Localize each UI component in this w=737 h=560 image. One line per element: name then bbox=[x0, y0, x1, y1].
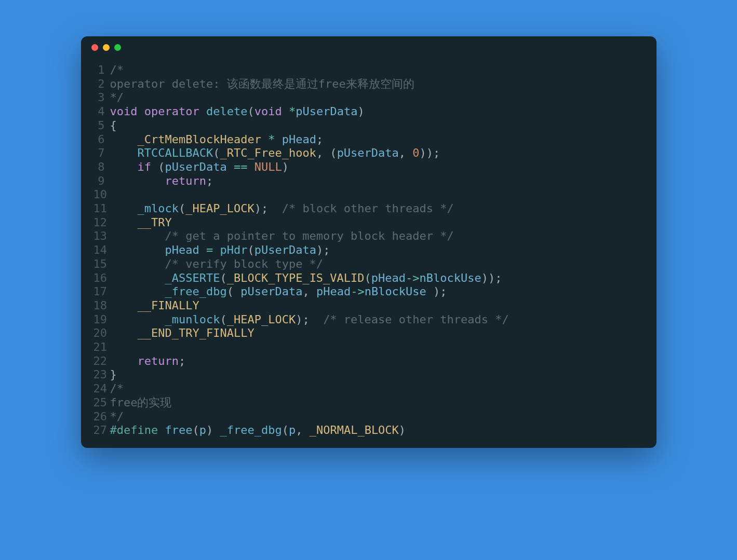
token-punc: ( bbox=[220, 313, 226, 326]
token-ident: _BLOCK_TYPE_IS_VALID bbox=[227, 271, 365, 284]
minimize-icon[interactable] bbox=[103, 44, 110, 51]
code-line[interactable]: 19 _munlock(_HEAP_LOCK); /* release othe… bbox=[93, 313, 644, 327]
line-number: 27 bbox=[93, 424, 110, 438]
token-op: == bbox=[234, 160, 248, 173]
token-param: pUserData bbox=[296, 105, 357, 118]
code-line[interactable]: 3*/ bbox=[93, 91, 644, 105]
token-param: pHead bbox=[371, 271, 406, 284]
line-content[interactable]: free的实现 bbox=[110, 396, 644, 410]
token-comment: /* bbox=[110, 382, 124, 395]
line-content[interactable]: } bbox=[110, 368, 644, 382]
token-comment: /* bbox=[110, 63, 124, 76]
line-content[interactable]: RTCCALLBACK(_RTC_Free_hook, (pUserData, … bbox=[110, 146, 644, 160]
code-line[interactable]: 11 _mlock(_HEAP_LOCK); /* block other th… bbox=[93, 202, 644, 216]
token-op: * bbox=[268, 133, 275, 146]
code-line[interactable]: 7 RTCCALLBACK(_RTC_Free_hook, (pUserData… bbox=[93, 146, 644, 160]
line-content[interactable]: _CrtMemBlockHeader * pHead; bbox=[110, 133, 644, 147]
line-number: 25 bbox=[93, 396, 110, 410]
code-line[interactable]: 12 __TRY bbox=[93, 216, 644, 230]
code-line[interactable]: 22 return; bbox=[93, 354, 644, 368]
code-line[interactable]: 1/* bbox=[93, 63, 644, 77]
line-content[interactable]: __END_TRY_FINALLY bbox=[110, 326, 644, 340]
code-line[interactable]: 4void operator delete(void *pUserData) bbox=[93, 105, 644, 119]
line-number: 7 bbox=[93, 146, 110, 160]
code-line[interactable]: 18 __FINALLY bbox=[93, 299, 644, 313]
token-punc bbox=[247, 160, 254, 173]
line-content[interactable]: __TRY bbox=[110, 216, 644, 230]
code-line[interactable]: 13 /* get a pointer to memory block head… bbox=[93, 229, 644, 243]
token-punc bbox=[110, 257, 165, 270]
token-fn: delete bbox=[206, 105, 247, 118]
line-content[interactable]: { bbox=[110, 119, 644, 133]
token-punc: ) bbox=[399, 424, 406, 436]
code-line[interactable]: 6 _CrtMemBlockHeader * pHead; bbox=[93, 133, 644, 147]
code-line[interactable]: 9 return; bbox=[93, 174, 644, 188]
line-content[interactable]: /* verify block type */ bbox=[110, 257, 644, 271]
code-line[interactable]: 23} bbox=[93, 368, 644, 382]
line-content[interactable]: */ bbox=[110, 410, 644, 424]
token-punc: ( bbox=[192, 424, 199, 436]
token-punc: ) bbox=[206, 424, 220, 436]
token-kw: void bbox=[254, 105, 282, 118]
line-number: 1 bbox=[93, 63, 110, 77]
line-number: 5 bbox=[93, 119, 110, 133]
line-content[interactable]: /* get a pointer to memory block header … bbox=[110, 229, 644, 243]
code-line[interactable]: 15 /* verify block type */ bbox=[93, 257, 644, 271]
token-punc bbox=[110, 313, 165, 326]
token-op: -> bbox=[406, 271, 420, 284]
token-kw: return bbox=[137, 354, 178, 367]
token-punc bbox=[110, 271, 165, 284]
line-content[interactable]: return; bbox=[110, 174, 644, 188]
token-punc bbox=[137, 105, 144, 118]
line-content[interactable]: #define free(p) _free_dbg(p, _NORMAL_BLO… bbox=[110, 424, 644, 438]
code-line[interactable]: 20 __END_TRY_FINALLY bbox=[93, 326, 644, 340]
line-number: 13 bbox=[93, 229, 110, 243]
token-op: -> bbox=[351, 285, 365, 298]
code-line[interactable]: 27#define free(p) _free_dbg(p, _NORMAL_B… bbox=[93, 424, 644, 438]
line-content[interactable]: _mlock(_HEAP_LOCK); /* block other threa… bbox=[110, 202, 644, 216]
token-def: #define bbox=[110, 424, 158, 436]
line-content[interactable]: return; bbox=[110, 354, 644, 368]
token-comment: /* verify block type */ bbox=[165, 257, 323, 270]
token-kw: void bbox=[110, 105, 138, 118]
close-icon[interactable] bbox=[91, 44, 98, 51]
code-line[interactable]: 17 _free_dbg( pUserData, pHead->nBlockUs… bbox=[93, 285, 644, 299]
line-content[interactable]: operator delete: 该函数最终是通过free来释放空间的 bbox=[110, 77, 644, 91]
line-content[interactable]: pHead = pHdr(pUserData); bbox=[110, 243, 644, 257]
line-content[interactable]: /* bbox=[110, 63, 644, 77]
line-content[interactable]: __FINALLY bbox=[110, 299, 644, 313]
code-line[interactable]: 21 bbox=[93, 340, 644, 354]
code-line[interactable]: 14 pHead = pHdr(pUserData); bbox=[93, 243, 644, 257]
code-line[interactable]: 25free的实现 bbox=[93, 396, 644, 410]
token-comment: /* release other threads */ bbox=[323, 313, 509, 326]
line-content[interactable]: _ASSERTE(_BLOCK_TYPE_IS_VALID(pHead->nBl… bbox=[110, 271, 644, 285]
line-content[interactable]: */ bbox=[110, 91, 644, 105]
token-fn: _munlock bbox=[165, 313, 220, 326]
line-number: 23 bbox=[93, 368, 110, 382]
line-content[interactable] bbox=[110, 340, 644, 354]
code-editor[interactable]: 1/*2operator delete: 该函数最终是通过free来释放空间的3… bbox=[81, 58, 656, 438]
token-punc bbox=[282, 105, 289, 118]
line-content[interactable] bbox=[110, 188, 644, 202]
token-punc: ; bbox=[316, 133, 323, 146]
line-content[interactable]: void operator delete(void *pUserData) bbox=[110, 105, 644, 119]
line-content[interactable]: /* bbox=[110, 382, 644, 396]
code-line[interactable]: 2operator delete: 该函数最终是通过free来释放空间的 bbox=[93, 77, 644, 91]
token-fn: pHdr bbox=[220, 243, 247, 256]
token-param: p bbox=[289, 424, 296, 436]
line-content[interactable]: if (pUserData == NULL) bbox=[110, 160, 644, 174]
code-line[interactable]: 8 if (pUserData == NULL) bbox=[93, 160, 644, 174]
zoom-icon[interactable] bbox=[114, 44, 121, 51]
token-ident: __END_TRY_FINALLY bbox=[137, 326, 254, 339]
token-const: NULL bbox=[254, 160, 282, 173]
code-line[interactable]: 5{ bbox=[93, 119, 644, 133]
code-line[interactable]: 26*/ bbox=[93, 410, 644, 424]
token-punc: ( bbox=[220, 271, 226, 284]
line-number: 6 bbox=[93, 133, 110, 147]
code-line[interactable]: 16 _ASSERTE(_BLOCK_TYPE_IS_VALID(pHead->… bbox=[93, 271, 644, 285]
code-line[interactable]: 24/* bbox=[93, 382, 644, 396]
line-content[interactable]: _free_dbg( pUserData, pHead->nBlockUse )… bbox=[110, 285, 644, 299]
line-content[interactable]: _munlock(_HEAP_LOCK); /* release other t… bbox=[110, 313, 644, 327]
code-line[interactable]: 10 bbox=[93, 188, 644, 202]
line-number: 18 bbox=[93, 299, 110, 313]
